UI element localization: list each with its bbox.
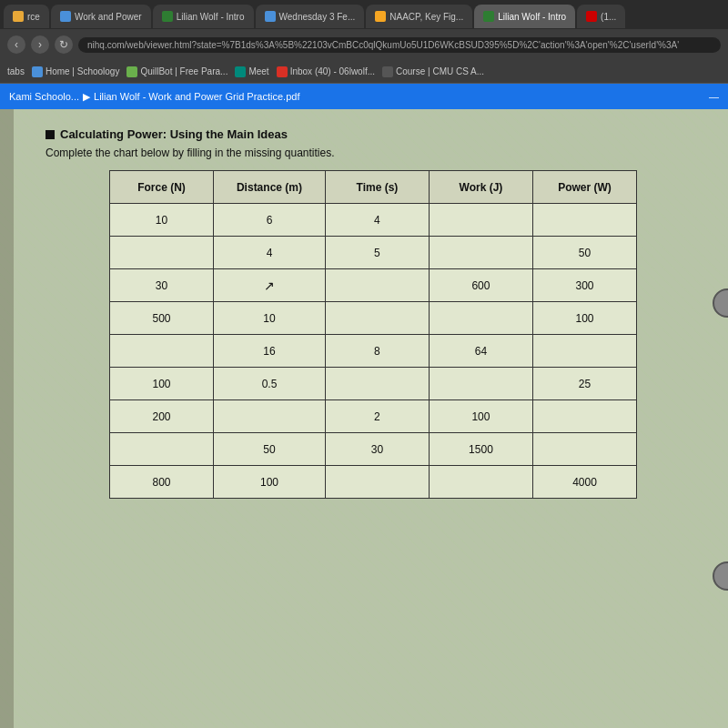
cell-work-7[interactable]: 1500 [429,433,532,466]
bookmark-inbox[interactable]: Inbox (40) - 06lwolf... [277,66,375,77]
minimize-button[interactable]: — [709,91,719,102]
refresh-button[interactable]: ↻ [55,35,73,54]
cell-distance-5[interactable]: 0.5 [214,368,326,400]
table-row: 30↗600300 [110,269,637,302]
table-row: 1000.525 [110,368,637,400]
cell-time-7[interactable]: 30 [325,433,429,466]
cell-power-2[interactable]: 300 [532,269,636,302]
bookmark-meet[interactable]: Meet [235,66,268,77]
table-row: 50010100 [110,302,637,335]
cell-power-8[interactable]: 4000 [532,466,636,499]
cell-work-1[interactable] [429,237,532,269]
tab-bar: rce Work and Power Lilian Wolf - Intro W… [0,0,728,29]
address-bar-row: ‹ › ↻ nihq.com/web/viewer.html?state=%7B… [0,29,728,60]
cell-power-3[interactable]: 100 [532,302,636,335]
tab-wednesday[interactable]: Wednesday 3 Fe... [256,5,365,28]
cell-time-8[interactable] [325,466,429,499]
tab-last[interactable]: (1... [577,5,625,28]
cell-force-4[interactable] [110,335,214,368]
page-content: Calculating Power: Using the Main Ideas … [0,109,728,728]
cell-force-7[interactable] [110,433,214,466]
cell-force-2[interactable]: 30 [110,269,214,302]
circle-button-bottom[interactable] [713,561,728,591]
table-row: 50301500 [110,433,637,466]
table-row: 1064 [110,204,637,237]
cell-distance-8[interactable]: 100 [214,466,326,499]
cell-force-5[interactable]: 100 [110,368,214,400]
col-work: Work (J) [429,171,532,204]
document-name: Lilian Wolf - Work and Power Grid Practi… [94,91,299,102]
cell-work-6[interactable]: 100 [429,400,532,433]
cell-distance-2[interactable]: ↗ [214,269,326,302]
cell-work-3[interactable] [429,302,532,335]
cell-distance-1[interactable]: 4 [214,237,326,269]
cell-distance-6[interactable] [214,400,326,433]
tab-naacp[interactable]: NAACP, Key Fig... [366,5,472,28]
cell-power-0[interactable] [532,204,636,237]
cell-distance-4[interactable]: 16 [214,335,326,368]
cell-time-2[interactable] [325,269,429,302]
cell-work-4[interactable]: 64 [429,335,532,368]
table-row: 16864 [110,335,637,368]
left-sidebar [0,109,14,728]
cell-time-5[interactable] [325,368,429,400]
browser-chrome: rce Work and Power Lilian Wolf - Intro W… [0,0,728,109]
cell-force-1[interactable] [110,237,214,269]
bookmark-course[interactable]: Course | CMU CS A... [382,66,484,77]
bookmarks-bar: tabs Home | Schoology QuillBot | Free Pa… [0,60,728,84]
cell-distance-3[interactable]: 10 [214,302,326,335]
table-row: 2002100 [110,400,637,433]
cell-work-8[interactable] [429,466,532,499]
col-power: Power (W) [532,171,636,204]
power-table: Force (N) Distance (m) Time (s) Work (J)… [109,170,637,499]
col-force: Force (N) [110,171,214,204]
tab-lilian-wolf-1[interactable]: Lilian Wolf - Intro [153,5,254,28]
cell-work-0[interactable] [429,204,532,237]
cell-distance-0[interactable]: 6 [214,204,326,237]
cell-distance-7[interactable]: 50 [214,433,326,466]
kami-breadcrumb: Kami Schoolo... ▶ Lilian Wolf - Work and… [9,91,299,103]
cell-time-1[interactable]: 5 [325,237,429,269]
cell-power-4[interactable] [532,335,636,368]
table-row: 4550 [110,237,637,269]
col-time: Time (s) [325,171,429,204]
cell-work-5[interactable] [429,368,532,400]
section-title-icon [46,130,55,139]
instructions: Complete the chart below by filling in t… [46,147,701,159]
section-title: Calculating Power: Using the Main Ideas [46,127,701,141]
cell-force-6[interactable]: 200 [110,400,214,433]
cell-time-0[interactable]: 4 [325,204,429,237]
cell-force-8[interactable]: 800 [110,466,214,499]
cell-power-1[interactable]: 50 [532,237,636,269]
bookmark-tabs[interactable]: tabs [7,66,25,76]
kami-app-name[interactable]: Kami Schoolo... [9,91,79,102]
cell-power-5[interactable]: 25 [532,368,636,400]
cell-time-6[interactable]: 2 [325,400,429,433]
cell-work-2[interactable]: 600 [429,269,532,302]
back-button[interactable]: ‹ [7,35,25,54]
cursor-icon: ↗ [264,278,275,293]
col-distance: Distance (m) [214,171,326,204]
bookmark-quillbot[interactable]: QuillBot | Free Para... [126,66,228,77]
address-bar[interactable]: nihq.com/web/viewer.html?state=%7B1ds%3A… [78,37,721,53]
cell-power-6[interactable] [532,400,636,433]
tab-work-power[interactable]: Work and Power [51,5,151,28]
bookmark-schoology[interactable]: Home | Schoology [32,66,120,77]
breadcrumb-separator: ▶ [83,91,90,103]
table-row: 8001004000 [110,466,637,499]
forward-button[interactable]: › [31,35,49,54]
cell-force-3[interactable]: 500 [110,302,214,335]
table-header-row: Force (N) Distance (m) Time (s) Work (J)… [110,171,637,204]
kami-toolbar: Kami Schoolo... ▶ Lilian Wolf - Work and… [0,84,728,109]
cell-force-0[interactable]: 10 [110,204,214,237]
tab-lilian-wolf-active[interactable]: Lilian Wolf - Intro [474,5,575,28]
tab-1[interactable]: rce [4,5,49,28]
cell-power-7[interactable] [532,433,636,466]
cell-time-3[interactable] [325,302,429,335]
cell-time-4[interactable]: 8 [325,335,429,368]
circle-button-top[interactable] [713,288,728,318]
